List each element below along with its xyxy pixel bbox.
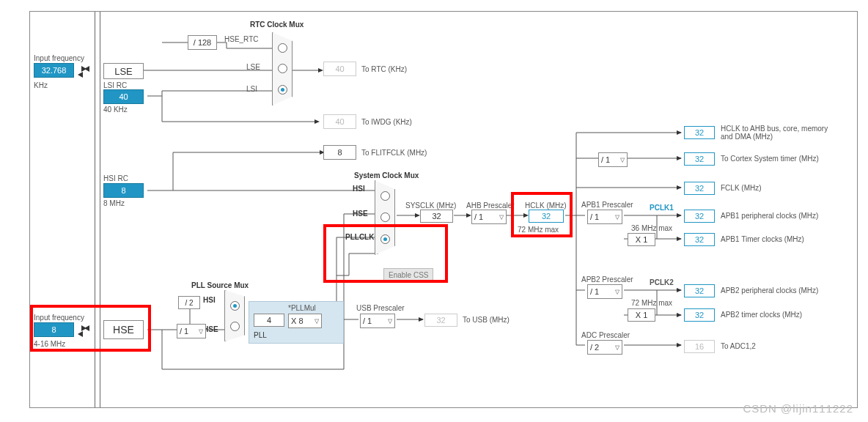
pclk1-label: PCLK1	[650, 204, 674, 212]
chevron-down-icon: ▽	[615, 289, 619, 295]
pllmul-label: *PLLMul	[288, 304, 316, 312]
rtc-lse-label: LSE	[246, 63, 260, 71]
out-fclk-label: FCLK (MHz)	[721, 184, 762, 192]
flitclk-value: 8	[323, 145, 356, 160]
svg-marker-7	[677, 156, 682, 160]
hsi-unit: 8 MHz	[103, 199, 125, 207]
pll-hse-div-val: / 1	[180, 327, 188, 336]
highlight-hse	[30, 305, 151, 352]
lse-unit: KHz	[34, 81, 48, 89]
chevron-down-icon: ▽	[615, 214, 619, 221]
rtc-mux[interactable]	[272, 32, 293, 106]
iwdg-label: To IWDG (KHz)	[361, 118, 412, 126]
lse-block[interactable]: LSE	[103, 63, 144, 79]
svg-marker-1	[315, 119, 320, 124]
svg-marker-9	[677, 213, 682, 218]
svg-marker-0	[318, 68, 323, 73]
out-cortex-value: 32	[684, 152, 715, 166]
adc-val: / 2	[590, 343, 599, 352]
out-apb2t-value: 32	[684, 308, 715, 322]
usb-prescaler[interactable]: / 1▽	[360, 314, 395, 328]
apb2-val: / 1	[590, 287, 599, 296]
svg-marker-10	[677, 237, 682, 241]
cortex-div[interactable]: / 1▽	[598, 152, 628, 167]
hsi-value: 8	[103, 183, 144, 198]
rtc-mux-lsi[interactable]	[278, 85, 287, 95]
out-adc-label: To ADC1,2	[721, 342, 756, 350]
rtc-out-value: 40	[323, 62, 356, 76]
pllmul-val: X 8	[291, 316, 304, 325]
apb1-max: 36 MHz max	[631, 224, 672, 232]
adc-label: ADC Prescaler	[581, 331, 630, 339]
svg-marker-6	[677, 130, 682, 135]
flitclk-label: To FLITFCLK (MHz)	[361, 149, 427, 157]
pll-src-title: PLL Source Mux	[191, 281, 249, 289]
svg-marker-3	[415, 213, 420, 218]
usb-val: / 1	[363, 316, 372, 325]
apb2-timer-mul: X 1	[628, 308, 655, 322]
chevron-down-icon: ▽	[315, 318, 319, 325]
rtc-mux-hse[interactable]	[278, 43, 287, 53]
svg-marker-4	[466, 213, 471, 218]
out-cortex-label: To Cortex System timer (MHz)	[721, 155, 819, 163]
out-fclk-value: 32	[684, 182, 715, 195]
ahb-val: / 1	[474, 212, 483, 221]
pll-src-mux[interactable]	[224, 290, 245, 341]
apb2-label: APB2 Prescaler	[581, 275, 633, 284]
out-apb1p-value: 32	[684, 210, 715, 223]
lsi-name: LSI RC	[103, 81, 127, 89]
arrow	[81, 66, 87, 72]
pll-src-hsi: HSI	[203, 296, 216, 304]
watermark: CSDN @lijin111222	[743, 402, 853, 415]
usb-out-value: 32	[424, 314, 457, 327]
lse-value[interactable]: 32.768	[34, 63, 74, 78]
apb1-label: APB1 Prescaler	[581, 201, 633, 209]
highlight-sysclk	[323, 224, 448, 283]
out-apb1t-label: APB1 Timer clocks (MHz)	[721, 235, 804, 243]
out-apb2p-label: APB2 peripheral clocks (MHz)	[721, 286, 818, 295]
chevron-down-icon: ▽	[615, 344, 619, 351]
rtc-lsi-label: LSI	[246, 85, 257, 93]
ahb-label: AHB Prescaler	[466, 201, 515, 210]
out-apb2p-value: 32	[684, 284, 715, 297]
apb2-prescaler[interactable]: / 1▽	[587, 284, 622, 299]
out-ahb-value: 32	[684, 126, 715, 139]
hse-rtc-label: HSE_RTC	[224, 35, 259, 43]
rtc-mux-title: RTC Clock Mux	[250, 21, 304, 29]
out-apb1t-value: 32	[684, 233, 715, 246]
apb1-prescaler[interactable]: / 1▽	[587, 210, 622, 224]
adc-prescaler[interactable]: / 2▽	[587, 340, 622, 355]
pll-hse-div[interactable]: / 1▽	[177, 324, 206, 338]
sysclk-value: 32	[420, 210, 453, 223]
sysclk-mux-hsi[interactable]	[380, 191, 390, 201]
out-adc-value: 16	[684, 340, 715, 353]
svg-marker-14	[419, 317, 424, 322]
apb2-max: 72 MHz max	[631, 299, 672, 307]
sysclk-hse: HSE	[353, 210, 368, 218]
usb-out-label: To USB (MHz)	[463, 316, 510, 324]
sysclk-hsi: HSI	[353, 185, 365, 193]
rtc-mux-lse[interactable]	[278, 64, 287, 73]
pll-name: PLL	[254, 331, 267, 339]
svg-marker-12	[677, 313, 682, 317]
hse-rtc-div: / 128	[188, 35, 217, 50]
pll-src-hsi-radio[interactable]	[230, 301, 240, 311]
svg-marker-11	[677, 288, 682, 292]
lsi-unit: 40 KHz	[103, 106, 128, 114]
ahb-prescaler[interactable]: / 1▽	[471, 210, 507, 224]
chevron-down-icon: ▽	[388, 318, 392, 325]
pll-src-hse-radio[interactable]	[230, 322, 240, 331]
pll-hsi-div: / 2	[178, 296, 200, 309]
pclk2-label: PCLK2	[650, 278, 674, 286]
pllmul-select[interactable]: X 8▽	[288, 314, 322, 328]
chevron-down-icon: ▽	[199, 328, 203, 335]
chevron-down-icon: ▽	[499, 214, 504, 221]
sysclk-label: SYSCLK (MHz)	[405, 201, 456, 210]
apb1-val: / 1	[590, 212, 599, 221]
out-apb1p-label: APB1 peripheral clocks (MHz)	[721, 212, 818, 220]
sysclk-mux-hse[interactable]	[380, 212, 390, 222]
arrow	[78, 72, 83, 78]
iwdg-value: 40	[323, 114, 356, 129]
pll-value: 4	[254, 314, 284, 327]
svg-marker-8	[677, 185, 682, 190]
